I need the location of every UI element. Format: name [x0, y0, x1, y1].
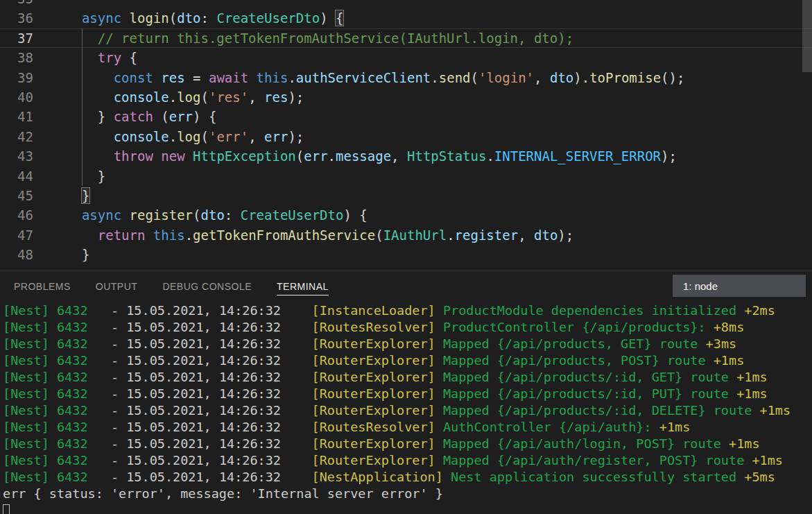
code-text: async register(dto: CreateUserDto) { [33, 205, 368, 225]
line-number: 42 [0, 127, 33, 146]
vscode-window: 3536 async login(dto: CreateUserDto) {37… [0, 0, 812, 514]
editor-lines: 3536 async login(dto: CreateUserDto) {37… [0, 0, 812, 264]
editor-scrollbar-thumb[interactable] [802, 0, 812, 72]
panel-tab-problems[interactable]: PROBLEMS [14, 276, 71, 295]
line-number: 48 [0, 245, 33, 264]
terminal-line: [Nest] 6432 - 15.05.2021, 14:26:32 [Rout… [3, 419, 812, 436]
terminal-line: [Nest] 6432 - 15.05.2021, 14:26:32 [Nest… [3, 469, 812, 486]
line-number: 47 [0, 225, 33, 245]
code-text: const res = await this.authServiceClient… [33, 68, 684, 87]
line-number: 36 [0, 8, 33, 28]
panel-header: PROBLEMSOUTPUTDEBUG CONSOLETERMINAL 1: n… [0, 271, 812, 300]
panel-tab-bar: PROBLEMSOUTPUTDEBUG CONSOLETERMINAL [0, 276, 329, 295]
code-text: return this.getTokenFromAuthService(IAut… [33, 225, 573, 245]
code-line-47[interactable]: 47 return this.getTokenFromAuthService(I… [0, 225, 812, 245]
terminal-line: [Nest] 6432 - 15.05.2021, 14:26:32 [Rout… [3, 386, 812, 402]
code-line-43[interactable]: 43 throw new HttpException(err.message, … [0, 146, 812, 166]
code-line-42[interactable]: 42 console.log('err', err); [0, 127, 812, 146]
terminal-selector-value: 1: node [683, 280, 718, 292]
line-number: 46 [0, 205, 33, 225]
code-line-46[interactable]: 46 async register(dto: CreateUserDto) { [0, 205, 812, 225]
code-text: throw new HttpException(err.message, Htt… [33, 146, 677, 166]
code-line-36[interactable]: 36 async login(dto: CreateUserDto) { [0, 8, 812, 28]
code-text: async login(dto: CreateUserDto) { [33, 8, 343, 28]
terminal-line: err { status: 'error', message: 'Interna… [3, 486, 812, 502]
line-number: 35 [0, 0, 33, 8]
line-number: 39 [0, 68, 33, 87]
terminal-line: [Nest] 6432 - 15.05.2021, 14:26:32 [Rout… [3, 369, 812, 386]
line-number: 37 [0, 28, 33, 48]
code-line-41[interactable]: 41 } catch (err) { [0, 107, 812, 126]
terminal-line: [Nest] 6432 - 15.05.2021, 14:26:32 [Rout… [3, 352, 812, 369]
terminal-line: [Nest] 6432 - 15.05.2021, 14:26:32 [Rout… [3, 452, 812, 469]
line-number: 40 [0, 87, 33, 107]
code-text: } [33, 166, 105, 186]
code-text: // return this.getTokenFromAuthService(I… [33, 28, 573, 48]
terminal-line: [Nest] 6432 - 15.05.2021, 14:26:32 [Rout… [3, 402, 812, 419]
code-line-38[interactable]: 38 try { [0, 48, 812, 67]
terminal-selector-dropdown[interactable]: 1: node [673, 275, 806, 297]
code-line-40[interactable]: 40 console.log('res', res); [0, 87, 812, 107]
code-line-45[interactable]: 45 } [0, 186, 812, 205]
line-number: 44 [0, 166, 33, 186]
code-text: try { [33, 48, 137, 67]
panel-tab-debug-console[interactable]: DEBUG CONSOLE [162, 276, 252, 295]
line-number: 41 [0, 107, 33, 126]
code-text: } [33, 245, 89, 264]
terminal-line: [Nest] 6432 - 15.05.2021, 14:26:32 [Rout… [3, 436, 812, 452]
line-number: 45 [0, 186, 33, 205]
terminal-cursor [3, 504, 10, 514]
terminal-line: [Nest] 6432 - 15.05.2021, 14:26:32 [Rout… [3, 336, 812, 352]
code-line-48[interactable]: 48 } [0, 245, 812, 264]
code-line-39[interactable]: 39 const res = await this.authServiceCli… [0, 68, 812, 87]
terminal-line: [Nest] 6432 - 15.05.2021, 14:26:32 [Inst… [3, 302, 812, 319]
code-text [33, 0, 66, 8]
terminal-line: [Nest] 6432 - 15.05.2021, 14:26:32 [Rout… [3, 319, 812, 336]
terminal-cursor-line [3, 502, 812, 514]
panel-tab-output[interactable]: OUTPUT [96, 276, 138, 295]
terminal-output[interactable]: [Nest] 6432 - 15.05.2021, 14:26:32 [Inst… [0, 300, 812, 514]
panel-tab-terminal[interactable]: TERMINAL [277, 276, 329, 295]
code-editor[interactable]: 3536 async login(dto: CreateUserDto) {37… [0, 0, 812, 271]
code-text: } [33, 186, 89, 205]
code-line-35[interactable]: 35 [0, 0, 812, 8]
code-text: } catch (err) { [33, 107, 216, 126]
code-text: console.log('err', err); [33, 127, 304, 146]
bottom-panel: PROBLEMSOUTPUTDEBUG CONSOLETERMINAL 1: n… [0, 271, 812, 514]
code-line-37[interactable]: 37 // return this.getTokenFromAuthServic… [0, 28, 812, 48]
line-number: 38 [0, 48, 33, 67]
indent-guide [82, 28, 83, 186]
line-number: 43 [0, 146, 33, 166]
code-line-44[interactable]: 44 } [0, 166, 812, 186]
code-text: console.log('res', res); [33, 87, 304, 107]
